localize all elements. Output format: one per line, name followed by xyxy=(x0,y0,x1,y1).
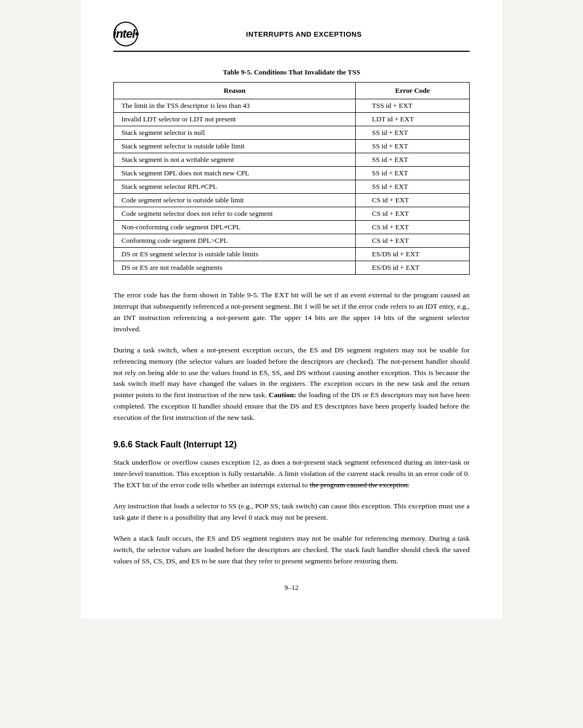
table-cell-error: CS id + EXT xyxy=(356,207,470,221)
table-caption: Table 9-5. Conditions That Invalidate th… xyxy=(113,68,470,77)
table-cell-reason: Conforming code segment DPL>CPL xyxy=(114,234,356,248)
table-row: Invalid LDT selector or LDT not presentL… xyxy=(114,113,470,126)
table-cell-reason: Code segment selector is outside table l… xyxy=(114,194,356,207)
section-paragraphs: Stack underflow or overflow causes excep… xyxy=(113,457,470,567)
table-cell-reason: DS or ES are not readable segments xyxy=(114,261,356,275)
table-cell-error: ES/DS id + EXT xyxy=(356,261,470,275)
table-row: Stack segment DPL does not match new CPL… xyxy=(114,167,470,180)
section-heading: 9.6.6 Stack Fault (Interrupt 12) xyxy=(113,440,470,450)
table-cell-error: CS id + EXT xyxy=(356,234,470,248)
table-cell-error: CS id + EXT xyxy=(356,194,470,207)
table-row: Code segment selector is outside table l… xyxy=(114,194,470,207)
table-row: Stack segment selector RPL≠CPLSS id + EX… xyxy=(114,180,470,194)
table-cell-reason: Code segment selector does not refer to … xyxy=(114,207,356,221)
table-cell-reason: Stack segment DPL does not match new CPL xyxy=(114,167,356,180)
page-header-title: INTERRUPTS AND EXCEPTIONS xyxy=(138,30,470,38)
body-paragraph-1: The error code has the form shown in Tab… xyxy=(113,290,470,335)
table-row: Non-conforming code segment DPL≠CPLCS id… xyxy=(114,221,470,234)
intel-logo: intel• xyxy=(113,22,138,46)
table-cell-error: ES/DS id + EXT xyxy=(356,248,470,261)
table-cell-reason: Stack segment selector RPL≠CPL xyxy=(114,180,356,194)
table-row: Stack segment selector is outside table … xyxy=(114,140,470,153)
table-row: DS or ES are not readable segmentsES/DS … xyxy=(114,261,470,275)
table-cell-reason: The limit in the TSS descriptor is less … xyxy=(114,99,356,113)
table-cell-reason: Invalid LDT selector or LDT not present xyxy=(114,113,356,126)
section-paragraph-2: Any instruction that loads a selector to… xyxy=(113,501,470,523)
table-row: Conforming code segment DPL>CPLCS id + E… xyxy=(114,234,470,248)
table-cell-error: SS id + EXT xyxy=(356,153,470,167)
col-error-code: Error Code xyxy=(356,83,470,99)
table-cell-error: SS id + EXT xyxy=(356,167,470,180)
page-number: 9–12 xyxy=(113,583,470,592)
table-cell-error: CS id + EXT xyxy=(356,221,470,234)
table-row: The limit in the TSS descriptor is less … xyxy=(114,99,470,113)
table-cell-reason: Stack segment selector is null xyxy=(114,126,356,140)
body-paragraphs: The error code has the form shown in Tab… xyxy=(113,290,470,424)
page: intel• INTERRUPTS AND EXCEPTIONS Table 9… xyxy=(81,0,502,619)
conditions-table: Reason Error Code The limit in the TSS d… xyxy=(113,82,470,275)
table-cell-error: SS id + EXT xyxy=(356,140,470,153)
body-paragraph-2: During a task switch, when a not-present… xyxy=(113,345,470,424)
table-cell-error: TSS id + EXT xyxy=(356,99,470,113)
table-row: Stack segment selector is nullSS id + EX… xyxy=(114,126,470,140)
table-cell-reason: DS or ES segment selector is outside tab… xyxy=(114,248,356,261)
page-header: intel• INTERRUPTS AND EXCEPTIONS xyxy=(113,22,470,52)
table-cell-error: LDT id + EXT xyxy=(356,113,470,126)
table-cell-error: SS id + EXT xyxy=(356,126,470,140)
table-cell-error: SS id + EXT xyxy=(356,180,470,194)
table-cell-reason: Stack segment selector is outside table … xyxy=(114,140,356,153)
table-section: Table 9-5. Conditions That Invalidate th… xyxy=(113,68,470,275)
section-paragraph-3: When a stack fault occurs, the ES and DS… xyxy=(113,533,470,567)
table-row: DS or ES segment selector is outside tab… xyxy=(114,248,470,261)
table-cell-reason: Stack segment is not a writable segment xyxy=(114,153,356,167)
table-header-row: Reason Error Code xyxy=(114,83,470,99)
table-row: Stack segment is not a writable segmentS… xyxy=(114,153,470,167)
section-paragraph-1: Stack underflow or overflow causes excep… xyxy=(113,457,470,491)
table-row: Code segment selector does not refer to … xyxy=(114,207,470,221)
table-cell-reason: Non-conforming code segment DPL≠CPL xyxy=(114,221,356,234)
col-reason: Reason xyxy=(114,83,356,99)
